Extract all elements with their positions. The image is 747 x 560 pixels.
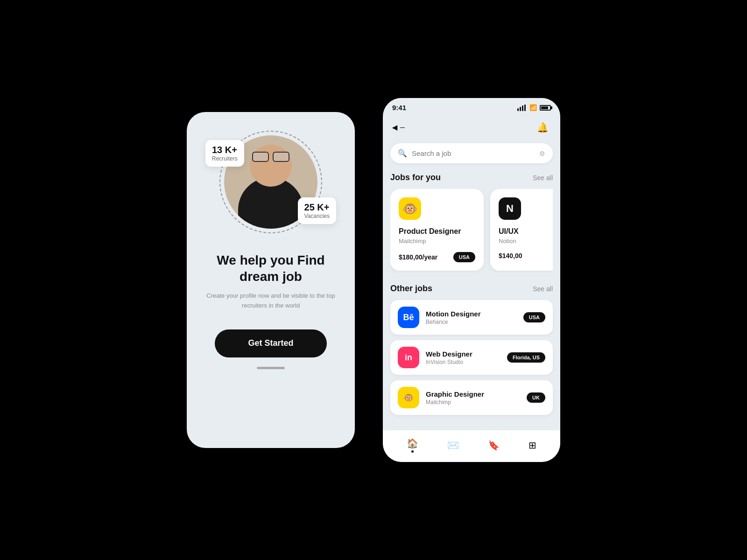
status-time: 9:41 (392, 104, 406, 112)
mailchimp2-location: UK (527, 392, 545, 403)
recruiters-number: 13 K+ (212, 145, 238, 155)
recruiters-badge: 13 K+ Recruiters (205, 140, 244, 167)
list-item[interactable]: 🐵 Graphic Designer Mailchimp UK (390, 380, 553, 415)
avatar-section: 13 K+ Recruiters 25 K+ Vacancies (219, 131, 322, 233)
get-started-button[interactable]: Get Started (215, 329, 327, 357)
battery-icon (540, 105, 551, 111)
uiux-title: UI/UX (499, 227, 553, 236)
status-icons: 📶 (517, 104, 551, 111)
home-icon: 🏠 (407, 438, 418, 449)
jobs-for-you-see-all[interactable]: See all (533, 174, 553, 182)
vacancies-number: 25 K+ (304, 202, 330, 213)
avatar-glasses (252, 152, 289, 161)
behance-logo: Bē (398, 307, 419, 328)
search-input[interactable] (412, 149, 535, 157)
vacancies-label: Vacancies (304, 213, 330, 219)
search-bar: 🔍 ⚙ (390, 143, 553, 163)
mailchimp2-info: Graphic Designer Mailchimp (426, 390, 520, 406)
mailchimp2-company: Mailchimp (426, 399, 520, 406)
home-indicator (257, 367, 285, 369)
search-icon: 🔍 (398, 149, 407, 158)
featured-job-card-notion[interactable]: N UI/UX Notion $140,00 (490, 189, 553, 271)
notion-company: Notion (499, 238, 553, 245)
jobs-for-you-header: Jobs for you See all (390, 173, 553, 182)
notion-logo: N (499, 197, 521, 220)
product-designer-salary: $180,00/year (399, 253, 437, 261)
filter-icon[interactable]: ⚙ (539, 150, 545, 157)
behance-company: Behance (426, 319, 517, 325)
motion-designer-title: Motion Designer (426, 310, 517, 318)
behance-location: USA (523, 312, 545, 322)
status-bar: 9:41 📶 (383, 98, 560, 115)
list-item[interactable]: Bē Motion Designer Behance USA (390, 300, 553, 335)
mailchimp-logo: 🐵 (399, 197, 421, 220)
hero-text: We help you Find dream job Create your p… (201, 252, 341, 311)
left-phone: 13 K+ Recruiters 25 K+ Vacancies We help… (187, 112, 355, 448)
behance-info: Motion Designer Behance (426, 310, 517, 325)
uiux-salary: $140,00 (499, 252, 522, 259)
signal-icon (517, 105, 526, 111)
hero-subtitle: Create your profile now and be visible t… (201, 291, 341, 311)
nav-grid[interactable]: ⊞ (529, 440, 536, 451)
invision-location: Florida, US (507, 352, 545, 363)
grid-icon: ⊞ (529, 440, 536, 451)
nav-bookmark[interactable]: 🔖 (488, 440, 500, 451)
nav-active-dot (411, 450, 414, 453)
back-button[interactable] (392, 124, 405, 131)
hero-title: We help you Find dream job (201, 252, 341, 285)
other-jobs-see-all[interactable]: See all (533, 285, 553, 293)
invision-info: Web Designer InVision Studio (426, 350, 500, 365)
other-jobs-header: Other jobs See all (390, 284, 553, 294)
featured-jobs-scroll: 🐵 Product Designer Mailchimp $180,00/yea… (390, 189, 553, 273)
product-designer-title: Product Designer (399, 227, 475, 236)
graphic-designer-title: Graphic Designer (426, 390, 520, 398)
jobs-for-you-title: Jobs for you (390, 173, 441, 182)
invision-company: InVision Studio (426, 359, 500, 365)
featured-job-card[interactable]: 🐵 Product Designer Mailchimp $180,00/yea… (390, 189, 484, 271)
other-jobs-title: Other jobs (390, 284, 432, 294)
uiux-footer: $140,00 (499, 252, 553, 259)
recruiters-label: Recruiters (212, 155, 238, 162)
nav-mail[interactable]: ✉️ (447, 440, 459, 451)
mailchimp2-logo: 🐵 (398, 387, 419, 408)
right-header: 🔔 (383, 115, 560, 143)
mailchimp-company: Mailchimp (399, 238, 475, 245)
web-designer-title: Web Designer (426, 350, 500, 358)
bookmark-icon: 🔖 (488, 440, 500, 451)
invision-logo: in (398, 347, 419, 368)
wifi-icon: 📶 (529, 104, 537, 111)
vacancies-badge: 25 K+ Vacancies (298, 197, 336, 224)
right-phone: 9:41 📶 🔔 🔍 ⚙ Jobs for you See all (383, 98, 560, 462)
nav-home[interactable]: 🏠 (407, 438, 418, 453)
product-designer-location: USA (453, 252, 475, 262)
list-item[interactable]: in Web Designer InVision Studio Florida,… (390, 340, 553, 375)
scroll-content: Jobs for you See all 🐵 Product Designer … (383, 173, 560, 430)
bell-icon[interactable]: 🔔 (534, 119, 551, 136)
bottom-nav: 🏠 ✉️ 🔖 ⊞ (383, 430, 560, 462)
mail-icon: ✉️ (447, 440, 459, 451)
product-designer-footer: $180,00/year USA (399, 252, 475, 262)
